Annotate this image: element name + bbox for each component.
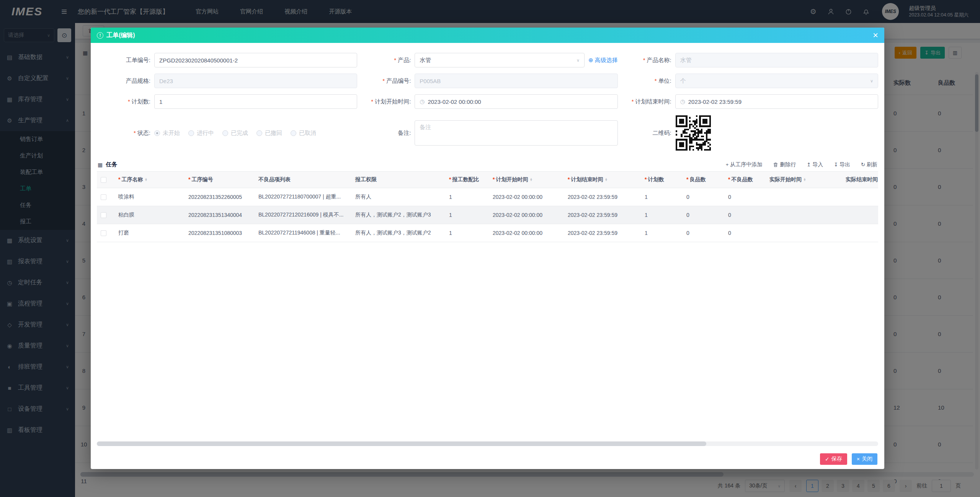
column-header-工序名称[interactable]: 工序名称▲▼ [114, 172, 185, 188]
toolbar-label: 刷新 [867, 161, 877, 168]
tasks-toolbar-trash[interactable]: 删除行 [773, 161, 796, 168]
cell-plan_start: 2023-02-02 00:00:00 [489, 206, 564, 224]
work-order-form: 工单编号: 产品: 水管 ∨ ⊕高级选择 产品名称: 水管 产品规格: [97, 53, 878, 151]
tasks-section-header: ▦ 任务 +从工序中添加删除行↥导入↧导出↻刷新 [98, 161, 877, 168]
column-header-计划开始时间[interactable]: 计划开始时间▲▼ [489, 172, 564, 188]
toolbar-label: 删除行 [780, 161, 796, 168]
cell-actual_end [842, 206, 878, 224]
unit-select: 个 ∨ [675, 74, 878, 88]
cell-ratio: 1 [445, 224, 489, 242]
column-header-报工权限: 报工权限 [351, 172, 445, 188]
column-header-实际开始时间[interactable]: 实际开始时间▲▼ [766, 172, 842, 188]
order-no-input[interactable] [154, 53, 357, 67]
cell-code: 202208231351080003 [185, 224, 255, 242]
row-select-cell [97, 224, 114, 242]
status-radio-group: 未开始进行中已完成已撤回已取消 [154, 130, 316, 137]
cell-permission: 所有人，测试账户2，测试账户3 [351, 206, 445, 224]
radio-label: 已取消 [299, 130, 316, 137]
select-all-header [97, 172, 114, 188]
row-checkbox[interactable] [101, 194, 106, 200]
field-label: 产品规格: [97, 77, 154, 85]
plan-count-input[interactable] [154, 94, 357, 109]
radio-icon [154, 130, 160, 136]
radio-icon [222, 130, 228, 136]
trash-icon [773, 162, 778, 167]
cell-ratio: 1 [445, 188, 489, 206]
sort-icon[interactable]: ▲▼ [529, 178, 532, 182]
column-label: 工序名称 [118, 176, 143, 182]
tasks-table-wrap: 工序名称▲▼工序编号不良品项列表报工权限报工数配比计划开始时间▲▼计划结束时间▲… [97, 171, 878, 439]
plan-end-datetime-input[interactable]: ◷ 2023-02-02 23:59:59 [675, 94, 878, 109]
scrollbar-thumb[interactable] [97, 441, 706, 446]
close-button[interactable]: ×关闭 [852, 453, 877, 465]
product-spec-input: De23 [154, 74, 357, 88]
column-header-不良品数: 不良品数 [724, 172, 766, 188]
cell-name[interactable]: 打磨 [114, 224, 185, 242]
cell-good: 0 [683, 188, 724, 206]
field-product: 产品: 水管 ∨ ⊕高级选择 [357, 53, 617, 67]
modal-title: 工单(编辑) [97, 31, 135, 39]
tasks-horizontal-scrollbar[interactable] [97, 441, 878, 446]
select-all-checkbox[interactable] [101, 177, 106, 183]
remark-textarea[interactable] [415, 120, 617, 146]
column-label: 计划数 [645, 176, 664, 182]
radio-label: 未开始 [163, 130, 180, 137]
cell-plan_count: 1 [641, 224, 683, 242]
column-label: 报工权限 [355, 176, 377, 182]
qr-code [675, 115, 711, 151]
cell-name[interactable]: 喷涂料 [114, 188, 185, 206]
column-header-不良品项列表: 不良品项列表 [255, 172, 351, 188]
tasks-title: ▦ 任务 [98, 161, 117, 168]
cell-plan_start: 2023-02-02 00:00:00 [489, 224, 564, 242]
cell-code: 202208231352260005 [185, 188, 255, 206]
radio-icon [291, 130, 296, 136]
tasks-toolbar-import[interactable]: ↥导入 [807, 161, 823, 168]
cell-defect: 0 [724, 206, 766, 224]
cell-plan_count: 1 [641, 206, 683, 224]
cell-ratio: 1 [445, 206, 489, 224]
cell-name[interactable]: 粘白膜 [114, 206, 185, 224]
tasks-toolbar-refresh[interactable]: ↻刷新 [861, 161, 877, 168]
column-header-实际结束时间[interactable]: 实际结束时间▲▼ [842, 172, 878, 188]
modal-header: 工单(编辑) × [91, 28, 884, 43]
sort-icon[interactable]: ▲▼ [604, 178, 608, 182]
cell-actual_start [766, 188, 842, 206]
field-label: 产品编号: [357, 77, 415, 85]
field-status: 状态: 未开始进行中已完成已撤回已取消 [97, 115, 357, 151]
field-label: 计划结束时间: [618, 98, 675, 105]
toolbar-label: 导出 [840, 161, 850, 168]
info-icon [97, 32, 103, 39]
save-button[interactable]: ✓保存 [820, 453, 847, 465]
field-remark: 备注: [357, 115, 617, 151]
tasks-toolbar-export[interactable]: ↧导出 [834, 161, 850, 168]
tasks-toolbar-plus[interactable]: +从工序中添加 [726, 161, 763, 168]
column-header-良品数: 良品数 [683, 172, 724, 188]
cell-plan_count: 1 [641, 188, 683, 206]
status-radio-进行中: 进行中 [188, 130, 214, 137]
row-select-cell [97, 206, 114, 224]
column-label: 计划开始时间 [493, 176, 528, 182]
product-select[interactable]: 水管 ∨ [415, 53, 585, 67]
status-radio-已取消: 已取消 [291, 130, 316, 137]
row-checkbox[interactable] [101, 230, 106, 236]
field-plan-end: 计划结束时间: ◷ 2023-02-02 23:59:59 [618, 94, 878, 109]
column-label: 不良品数 [728, 176, 753, 182]
column-header-计划数: 计划数 [641, 172, 683, 188]
toolbar-label: 从工序中添加 [730, 161, 762, 168]
close-icon[interactable]: × [873, 31, 878, 40]
sort-icon[interactable]: ▲▼ [803, 178, 806, 182]
sort-icon[interactable]: ▲▼ [144, 178, 147, 182]
field-label: 备注: [357, 130, 415, 137]
plan-start-datetime-input[interactable]: ◷ 2023-02-02 00:00:00 [415, 94, 617, 109]
field-order-no: 工单编号: [97, 53, 357, 67]
refresh-icon: ↻ [861, 162, 865, 167]
cell-code: 202208231351340004 [185, 206, 255, 224]
status-radio-已完成: 已完成 [222, 130, 248, 137]
column-label: 工序编号 [188, 176, 213, 182]
column-header-计划结束时间[interactable]: 计划结束时间▲▼ [564, 172, 641, 188]
clock-icon: ◷ [420, 98, 425, 105]
advanced-select-link[interactable]: ⊕高级选择 [588, 57, 618, 64]
row-checkbox[interactable] [101, 212, 106, 218]
column-label: 实际结束时间 [846, 176, 878, 182]
check-icon: ✓ [825, 456, 830, 462]
